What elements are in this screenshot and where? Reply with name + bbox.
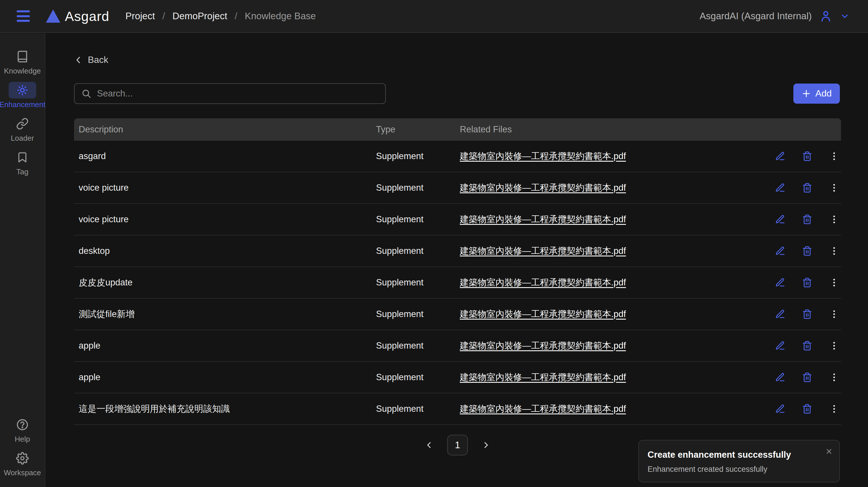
row-type: Supplement — [371, 372, 455, 383]
breadcrumb: Project / DemoProject / Knowledge Base — [125, 11, 316, 22]
table-row: voice picture Supplement 建築物室內裝修—工程承攬契約書… — [74, 204, 841, 236]
edit-icon[interactable] — [775, 277, 785, 288]
row-actions — [770, 277, 851, 288]
related-file-link[interactable]: 建築物室內裝修—工程承攬契約書範本.pdf — [460, 277, 626, 287]
delete-icon[interactable] — [802, 214, 812, 224]
delete-icon[interactable] — [802, 151, 812, 161]
delete-icon[interactable] — [802, 340, 812, 351]
back-button[interactable]: Back — [74, 55, 108, 65]
row-actions — [770, 183, 851, 193]
back-label: Back — [88, 55, 108, 65]
delete-icon[interactable] — [802, 246, 812, 256]
edit-icon[interactable] — [775, 151, 785, 161]
sidebar-item-label: Knowledge — [4, 67, 41, 75]
sidebar-item-tag[interactable]: Tag — [0, 149, 45, 176]
toast-message: Enhancement created successfully — [648, 465, 831, 474]
search-input[interactable] — [96, 88, 378, 99]
breadcrumb-project[interactable]: Project — [125, 11, 155, 22]
related-file-link[interactable]: 建築物室內裝修—工程承攬契約書範本.pdf — [460, 309, 626, 319]
table-row: asgard Supplement 建築物室內裝修—工程承攬契約書範本.pdf — [74, 141, 841, 172]
main-content: Back Add Description Type — [46, 33, 868, 487]
previous-page-button[interactable] — [425, 441, 433, 449]
sidebar-item-enhancement[interactable]: Enhancement — [0, 82, 45, 109]
more-icon[interactable] — [829, 404, 839, 414]
app-logo[interactable]: Asgard — [46, 8, 110, 24]
edit-icon[interactable] — [775, 214, 785, 224]
sidebar-item-knowledge[interactable]: Knowledge — [0, 48, 45, 75]
edit-icon[interactable] — [775, 340, 785, 351]
sun-icon — [17, 84, 28, 96]
row-type: Supplement — [371, 309, 455, 319]
delete-icon[interactable] — [802, 309, 812, 319]
search-icon — [82, 89, 91, 98]
logo-triangle-icon — [46, 9, 60, 23]
delete-icon[interactable] — [802, 183, 812, 193]
related-file-link[interactable]: 建築物室內裝修—工程承攬契約書範本.pdf — [460, 183, 626, 193]
app-header: Asgard Project / DemoProject / Knowledge… — [0, 0, 868, 33]
column-header-type: Type — [371, 124, 455, 135]
row-type: Supplement — [371, 340, 455, 351]
logo-text: Asgard — [65, 8, 110, 24]
row-description: asgard — [74, 151, 371, 161]
row-description: apple — [74, 372, 371, 383]
related-file-link[interactable]: 建築物室內裝修—工程承攬契約書範本.pdf — [460, 372, 626, 382]
row-actions — [770, 246, 851, 256]
more-icon[interactable] — [829, 340, 839, 351]
table-row: 測試從file新增 Supplement 建築物室內裝修—工程承攬契約書範本.p… — [74, 299, 841, 330]
row-type: Supplement — [371, 214, 455, 224]
edit-icon[interactable] — [775, 183, 785, 193]
breadcrumb-demoproject[interactable]: DemoProject — [173, 11, 227, 22]
more-icon[interactable] — [829, 277, 839, 288]
row-type: Supplement — [371, 246, 455, 256]
row-actions — [770, 404, 851, 414]
sidebar-item-help[interactable]: Help — [0, 416, 45, 444]
sidebar-item-label: Workspace — [4, 468, 41, 477]
row-actions — [770, 151, 851, 161]
sidebar-item-loader[interactable]: Loader — [0, 116, 45, 143]
related-file-link[interactable]: 建築物室內裝修—工程承攬契約書範本.pdf — [460, 340, 626, 351]
table-row: voice picture Supplement 建築物室內裝修—工程承攬契約書… — [74, 172, 841, 204]
delete-icon[interactable] — [802, 372, 812, 383]
delete-icon[interactable] — [802, 277, 812, 288]
table-header: Description Type Related Files — [74, 118, 841, 141]
related-file-link[interactable]: 建築物室內裝修—工程承攬契約書範本.pdf — [460, 246, 626, 256]
breadcrumb-separator: / — [235, 11, 237, 22]
edit-icon[interactable] — [775, 246, 785, 256]
menu-icon[interactable] — [17, 10, 30, 22]
more-icon[interactable] — [829, 214, 839, 224]
sidebar-item-workspace[interactable]: Workspace — [0, 450, 45, 477]
edit-icon[interactable] — [775, 404, 785, 414]
toast-notification: Create enhancement successfully Enhancem… — [639, 440, 840, 482]
next-page-button[interactable] — [482, 441, 490, 449]
more-icon[interactable] — [829, 151, 839, 161]
delete-icon[interactable] — [802, 404, 812, 414]
add-button-label: Add — [815, 88, 832, 99]
chevron-down-icon[interactable] — [840, 11, 849, 21]
row-type: Supplement — [371, 183, 455, 193]
related-file-link[interactable]: 建築物室內裝修—工程承攬契約書範本.pdf — [460, 404, 626, 414]
more-icon[interactable] — [829, 372, 839, 383]
more-icon[interactable] — [829, 309, 839, 319]
account-label: AsgardAI (Asgard Internal) — [700, 11, 812, 22]
close-icon[interactable] — [825, 447, 833, 455]
edit-icon[interactable] — [775, 372, 785, 383]
row-actions — [770, 214, 851, 224]
book-icon — [16, 50, 29, 63]
column-header-description: Description — [74, 124, 371, 135]
sidebar-item-label: Help — [14, 435, 30, 444]
more-icon[interactable] — [829, 183, 839, 193]
more-icon[interactable] — [829, 246, 839, 256]
row-description: voice picture — [74, 183, 371, 193]
related-file-link[interactable]: 建築物室內裝修—工程承攬契約書範本.pdf — [460, 214, 626, 224]
plus-icon — [802, 89, 811, 98]
edit-icon[interactable] — [775, 309, 785, 319]
row-actions — [770, 340, 851, 351]
page-number-button[interactable]: 1 — [447, 435, 468, 455]
user-icon[interactable] — [819, 9, 832, 23]
sidebar-item-label: Loader — [11, 134, 34, 143]
add-button[interactable]: Add — [794, 84, 840, 104]
related-file-link[interactable]: 建築物室內裝修—工程承攬契約書範本.pdf — [460, 151, 626, 161]
breadcrumb-separator: / — [162, 11, 165, 22]
chevron-left-icon — [74, 56, 83, 64]
table-row: apple Supplement 建築物室內裝修—工程承攬契約書範本.pdf — [74, 362, 841, 393]
